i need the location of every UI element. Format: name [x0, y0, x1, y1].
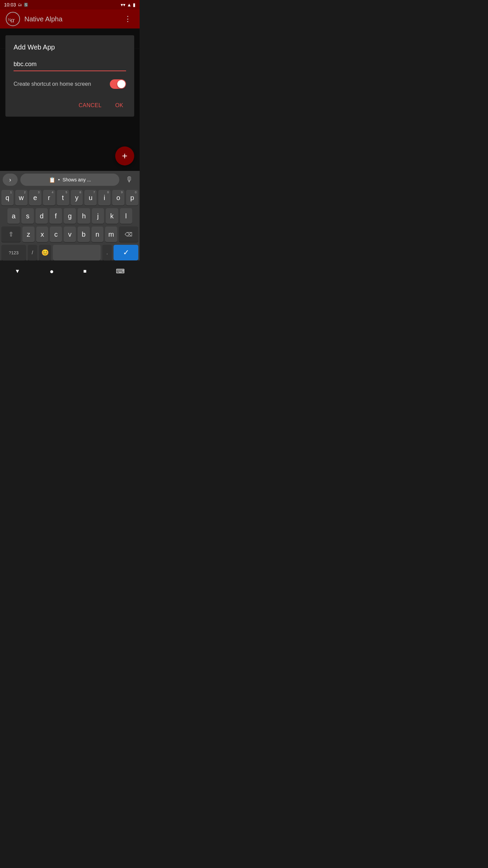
nav-back-button[interactable]: ▼ — [12, 265, 23, 277]
nav-recent-button[interactable]: ■ — [81, 265, 89, 277]
clipboard-dot: • — [58, 177, 60, 182]
key-c[interactable]: c — [50, 226, 62, 242]
fab-plus-icon: + — [122, 151, 127, 161]
key-g[interactable]: g — [64, 208, 76, 224]
shortcut-row: Create shortcut on home screen — [14, 79, 126, 89]
dialog-title: Add Web App — [14, 43, 126, 51]
key-l[interactable]: l — [120, 208, 132, 224]
ok-button[interactable]: OK — [113, 100, 126, 111]
key-z[interactable]: z — [22, 226, 35, 242]
svg-text:α: α — [11, 16, 15, 24]
time-display: 10:03 — [4, 2, 16, 7]
shortcut-toggle[interactable] — [110, 79, 126, 89]
keyboard-expand-button[interactable]: › — [3, 174, 18, 186]
nav-keyboard-button[interactable]: ⌨ — [113, 265, 127, 278]
key-row-1: 1q 2w 3e 4r 5t 6y 7u 8i 9o 0p — [1, 190, 138, 205]
add-fab-button[interactable]: + — [115, 146, 134, 165]
overflow-menu-button[interactable]: ⋮ — [121, 12, 134, 26]
period-key[interactable]: . — [102, 245, 112, 260]
battery-icon: ▮ — [133, 2, 136, 7]
status-right: ▾▾ ▲ ▮ — [121, 2, 136, 7]
shortcut-label: Create shortcut on home screen — [14, 81, 91, 87]
key-i[interactable]: 8i — [98, 190, 110, 205]
key-d[interactable]: d — [36, 208, 48, 224]
nav-home-button[interactable]: ● — [47, 265, 56, 278]
clipboard-icon: 📋 — [49, 177, 56, 183]
keyboard-section: › 📋 • Shows any ... 🎙 1q 2w 3e 4r 5t 6y … — [0, 171, 140, 260]
wifi-icon: ▾▾ — [121, 2, 125, 7]
key-v[interactable]: v — [64, 226, 76, 242]
key-y[interactable]: 6y — [71, 190, 83, 205]
main-content: TWITTER.COM ⬚ ⊙ 🗑 Add Web App Create sho… — [0, 28, 140, 171]
key-n[interactable]: n — [92, 226, 104, 242]
key-f[interactable]: f — [49, 208, 62, 224]
status-left: 10:03 🗂 S — [4, 2, 28, 7]
key-e[interactable]: 3e — [29, 190, 41, 205]
emoji-key[interactable]: 😊 — [39, 245, 51, 260]
keyboard-toolbar: › 📋 • Shows any ... 🎙 — [0, 171, 140, 189]
mic-icon: 🎙 — [126, 175, 133, 184]
clipboard-button[interactable]: 📋 • Shows any ... — [20, 174, 119, 186]
key-w[interactable]: 2w — [15, 190, 27, 205]
shift-key[interactable]: ⇧ — [1, 226, 21, 242]
sim-card-icon: 🗂 — [18, 2, 22, 7]
key-b[interactable]: b — [78, 226, 90, 242]
key-u[interactable]: 7u — [84, 190, 97, 205]
keyboard: 1q 2w 3e 4r 5t 6y 7u 8i 9o 0p a s d f g … — [0, 189, 140, 260]
key-row-4: ?123 / 😊 . ✓ — [1, 245, 138, 260]
key-p[interactable]: 0p — [126, 190, 138, 205]
app-title: Native Alpha — [24, 15, 117, 23]
signal-icon: ▲ — [127, 2, 131, 7]
cancel-button[interactable]: CANCEL — [76, 100, 104, 111]
clipboard-text: Shows any ... — [62, 177, 91, 182]
done-key[interactable]: ✓ — [114, 245, 138, 260]
slash-key[interactable]: / — [28, 245, 37, 260]
key-j[interactable]: j — [92, 208, 104, 224]
key-k[interactable]: k — [106, 208, 118, 224]
s-badge-icon: S — [24, 3, 28, 7]
space-key[interactable] — [53, 245, 101, 260]
key-h[interactable]: h — [78, 208, 90, 224]
key-t[interactable]: 5t — [57, 190, 69, 205]
key-a[interactable]: a — [7, 208, 20, 224]
toggle-knob — [117, 80, 125, 88]
nav-bar: ▼ ● ■ ⌨ — [0, 263, 140, 282]
arrow-right-icon: › — [9, 176, 11, 183]
url-input[interactable] — [14, 59, 126, 71]
key-row-3: ⇧ z x c v b n m ⌫ — [1, 226, 138, 242]
microphone-button[interactable]: 🎙 — [122, 172, 137, 187]
backspace-key[interactable]: ⌫ — [119, 226, 138, 242]
key-m[interactable]: m — [105, 226, 117, 242]
key-x[interactable]: x — [36, 226, 48, 242]
app-logo: N α — [5, 12, 20, 26]
app-toolbar: N α Native Alpha ⋮ — [0, 9, 140, 28]
key-row-2: a s d f g h j k l — [1, 208, 138, 224]
key-o[interactable]: 9o — [112, 190, 124, 205]
key-r[interactable]: 4r — [43, 190, 55, 205]
add-web-app-dialog: Add Web App Create shortcut on home scre… — [5, 35, 134, 117]
numbers-key[interactable]: ?123 — [1, 245, 26, 260]
key-s[interactable]: s — [21, 208, 34, 224]
key-q[interactable]: 1q — [1, 190, 14, 205]
dialog-actions: CANCEL OK — [14, 100, 126, 111]
status-bar: 10:03 🗂 S ▾▾ ▲ ▮ — [0, 0, 140, 9]
